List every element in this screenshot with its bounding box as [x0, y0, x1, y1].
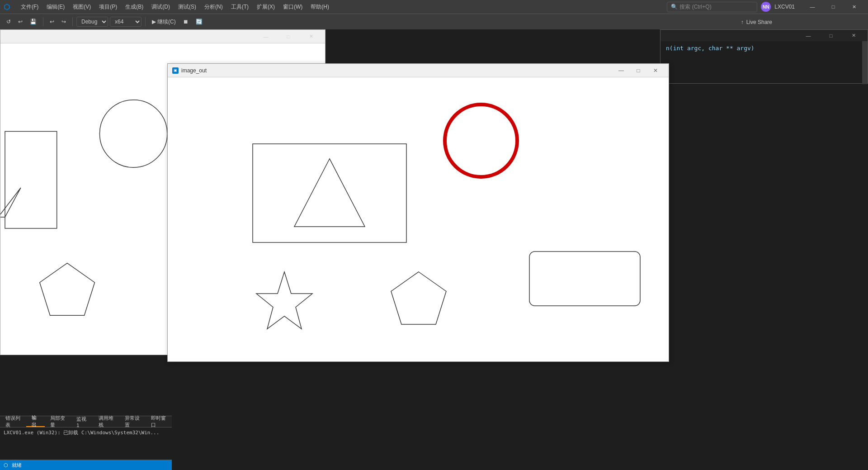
menu-bar: 文件(F) 编辑(E) 视图(V) 项目(P) 生成(B) 调试(D) 测试(S…	[17, 2, 333, 12]
editor-minimize[interactable]: —	[798, 29, 819, 43]
bg-close[interactable]: ✕	[301, 30, 321, 43]
bg-pentagon	[40, 263, 95, 316]
search-box[interactable]: 🔍 搜索 (Ctrl+Q)	[667, 2, 757, 12]
menu-debug[interactable]: 调试(D)	[148, 2, 174, 12]
toolbar-redo[interactable]: ↪	[59, 18, 69, 26]
tab-output[interactable]: 输出	[26, 416, 45, 427]
menu-file[interactable]: 文件(F)	[17, 2, 42, 12]
rounded-rectangle	[529, 252, 640, 306]
menu-build[interactable]: 生成(B)	[122, 2, 147, 12]
vscode-logo: ⬡	[4, 3, 12, 11]
toolbar-separator-1	[43, 17, 43, 26]
image-out-window: ▣ image_out — □ ✕	[167, 63, 669, 362]
editor-titlebar: — □ ✕	[660, 30, 868, 41]
bottom-tabs: 错误列表 输出 局部变量 监视 1 调用堆栈 异常设置 即时窗口	[0, 416, 172, 427]
toolbar-refresh[interactable]: ↺	[4, 18, 14, 26]
close-button[interactable]: ✕	[844, 0, 864, 14]
image-out-controls: — □ ✕	[613, 64, 664, 77]
menu-window[interactable]: 窗口(W)	[279, 2, 306, 12]
editor-code: n(int argc, char ** argv)	[660, 41, 868, 55]
bg-rectangle	[5, 131, 57, 228]
bg-triangle	[0, 188, 21, 217]
menu-edit[interactable]: 编辑(E)	[43, 2, 68, 12]
live-share-button[interactable]: ↑ Live Share	[736, 14, 778, 30]
image-out-content	[168, 77, 669, 361]
menu-analyze[interactable]: 分析(N)	[201, 2, 226, 12]
status-bar: ⬡ 就绪	[0, 460, 172, 470]
toolbar: ↺ ↩ 💾 ↩ ↪ Debug x64 ▶ 继续(C) ⏹ 🔄 ↑ Live S…	[0, 14, 868, 29]
menu-extensions[interactable]: 扩展(X)	[253, 2, 278, 12]
menu-project[interactable]: 项目(P)	[95, 2, 121, 12]
bg-minimize[interactable]: —	[255, 30, 276, 43]
image-out-title: image_out	[181, 67, 610, 74]
editor-maximize[interactable]: □	[821, 29, 841, 43]
status-ready: 就绪	[12, 462, 22, 469]
tab-errors[interactable]: 错误列表	[0, 416, 26, 427]
debug-mode-select[interactable]: Debug	[76, 17, 108, 27]
menu-help[interactable]: 帮助(H)	[307, 2, 333, 12]
maximize-button[interactable]: □	[823, 0, 844, 14]
menu-test[interactable]: 测试(S)	[175, 2, 200, 12]
tab-watch1[interactable]: 监视 1	[71, 416, 93, 427]
image-out-maximize[interactable]: □	[630, 64, 647, 77]
image-out-minimize[interactable]: —	[613, 64, 630, 77]
search-placeholder: 搜索 (Ctrl+Q)	[679, 3, 711, 11]
editor-scrollbar[interactable]	[862, 41, 868, 84]
toolbar-restart[interactable]: 🔄	[193, 18, 205, 26]
window-controls: — □ ✕	[802, 0, 864, 14]
code-text: n(int argc, char ** argv)	[666, 45, 755, 52]
bottom-pentagon	[391, 272, 446, 324]
continue-button[interactable]: ▶ 继续(C)	[149, 17, 179, 27]
search-icon: 🔍	[671, 4, 678, 10]
minimize-button[interactable]: —	[802, 0, 823, 14]
image-out-icon: ▣	[172, 67, 179, 74]
toolbar-save[interactable]: 💾	[27, 18, 39, 26]
tab-locals[interactable]: 局部变量	[45, 416, 71, 427]
menu-view[interactable]: 视图(V)	[69, 2, 94, 12]
bg-maximize[interactable]: □	[278, 30, 299, 43]
menu-tools[interactable]: 工具(T)	[227, 2, 252, 12]
bg-circle	[99, 100, 167, 168]
editor-panel: — □ ✕ n(int argc, char ** argv)	[660, 29, 868, 84]
live-share-icon: ↑	[741, 19, 744, 25]
image-out-titlebar: ▣ image_out — □ ✕	[168, 64, 669, 77]
red-circle	[445, 104, 517, 177]
toolbar-separator-3	[145, 17, 146, 26]
terminal-text: LXCV01.exe (Win32): 已卸载 C:\Windows\Syste…	[4, 429, 168, 436]
titlebar: ⬡ 文件(F) 编辑(E) 视图(V) 项目(P) 生成(B) 调试(D) 测试…	[0, 0, 868, 14]
platform-select[interactable]: x64	[110, 17, 142, 27]
editor-close[interactable]: ✕	[843, 29, 864, 43]
tab-exceptions[interactable]: 异常设置	[119, 416, 146, 427]
terminal-output: LXCV01.exe (Win32): 已卸载 C:\Windows\Syste…	[0, 427, 172, 438]
image-out-close[interactable]: ✕	[647, 64, 664, 77]
toolbar-undo[interactable]: ↩	[15, 18, 25, 26]
app-title: LXCV01	[774, 4, 795, 10]
avatar: NN	[761, 2, 771, 12]
main-shapes-canvas	[168, 77, 669, 361]
toolbar-undo2[interactable]: ↩	[47, 18, 57, 26]
live-share-label: Live Share	[746, 19, 772, 25]
toolbar-stop[interactable]: ⏹	[180, 18, 191, 26]
tab-immediate[interactable]: 即时窗口	[146, 416, 172, 427]
bg-window-titlebar: — □ ✕	[0, 30, 325, 43]
tab-callstack[interactable]: 调用堆栈	[93, 416, 119, 427]
star-shape	[256, 272, 312, 329]
status-debug-icon: ⬡	[4, 462, 8, 468]
toolbar-separator-2	[72, 17, 73, 26]
center-triangle	[294, 159, 365, 227]
